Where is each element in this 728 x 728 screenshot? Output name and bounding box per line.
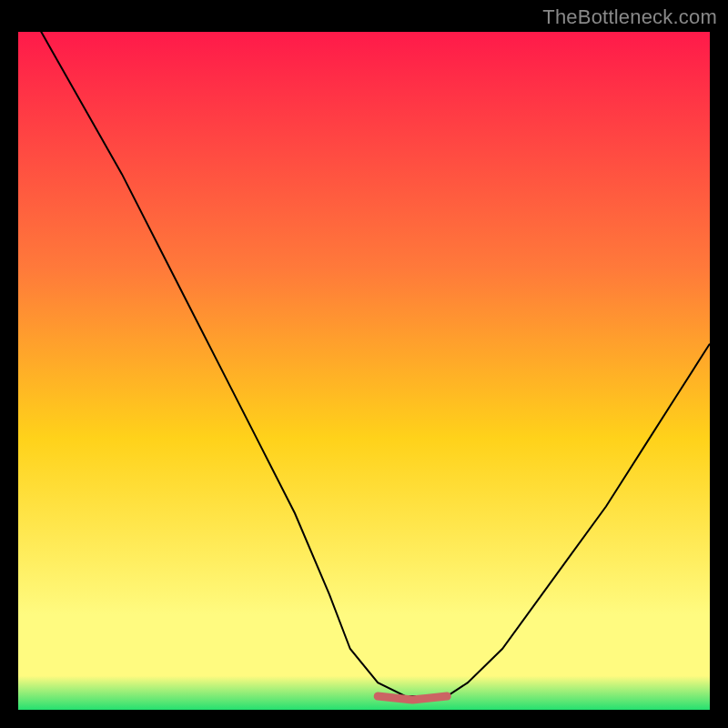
plot-area xyxy=(18,32,710,710)
bottleneck-curve-svg xyxy=(18,32,710,710)
optimal-flat-segment xyxy=(378,696,447,700)
watermark-text: TheBottleneck.com xyxy=(542,5,717,29)
chart-frame: TheBottleneck.com xyxy=(0,0,728,728)
bottleneck-curve xyxy=(18,32,710,696)
